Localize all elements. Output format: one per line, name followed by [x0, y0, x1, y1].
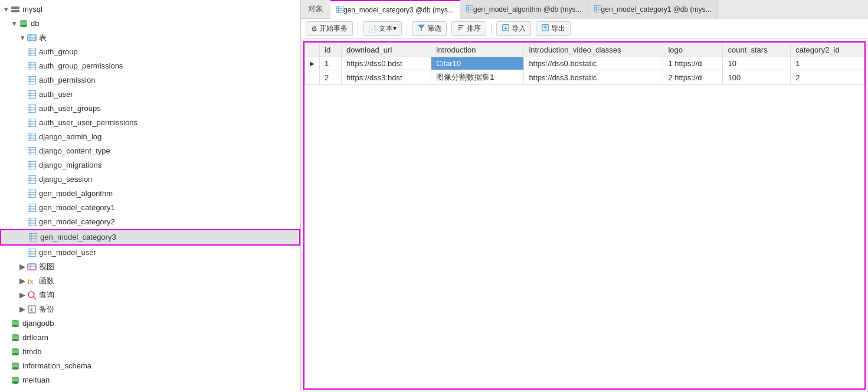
cell-count_stars[interactable]: 10: [723, 57, 791, 70]
sidebar-item-auth_group[interactable]: auth_group: [0, 45, 300, 59]
data-table: id download_url introduction introductio…: [304, 43, 864, 85]
sidebar-item-auth_permission[interactable]: auth_permission: [0, 73, 300, 87]
col-category2_id[interactable]: category2_id: [791, 43, 864, 57]
export-button[interactable]: 导出: [536, 21, 571, 36]
sidebar-item-djangodb[interactable]: djangodb: [0, 316, 300, 331]
cell-id[interactable]: 1: [320, 57, 342, 70]
svg-rect-50: [28, 190, 36, 198]
begin-transaction-button[interactable]: ⚙ 开始事务: [306, 21, 353, 36]
sidebar-item-backups[interactable]: ▶ 备份: [0, 302, 300, 316]
svg-rect-26: [28, 104, 36, 113]
svg-rect-58: [28, 218, 36, 226]
col-logo[interactable]: logo: [663, 43, 723, 57]
sidebar-item-django_admin_log[interactable]: django_admin_log: [0, 130, 300, 144]
filter-button[interactable]: 筛选: [412, 21, 447, 36]
sort-button[interactable]: 排序: [451, 21, 486, 36]
table-row[interactable]: 2 https://dss3.bdst‌ 图像分割数据集1 https://ds…: [305, 70, 864, 85]
sort-icon: [457, 24, 465, 34]
cell-id[interactable]: 2: [320, 70, 342, 85]
col-id[interactable]: id: [320, 43, 342, 57]
sidebar: ▾ mysql ▾ db ▾ 表: [0, 0, 301, 392]
cell-introduction[interactable]: 图像分割数据集1: [431, 70, 524, 85]
cell-count_stars[interactable]: 100: [723, 70, 791, 85]
sidebar-item-django_session[interactable]: django_session: [0, 172, 300, 187]
toolbar-divider-1: [358, 23, 358, 35]
svg-marker-109: [418, 25, 425, 31]
cell-logo[interactable]: 2 https://d: [663, 70, 723, 85]
sidebar-item-auth_user_user_permissions[interactable]: auth_user_user_permissions: [0, 116, 300, 130]
sidebar-label: django_admin_log: [39, 131, 101, 143]
cell-intro-video[interactable]: https://dss0.bdstatic: [524, 57, 663, 70]
sidebar-item-gen_model_category1[interactable]: gen_model_category1: [0, 201, 300, 215]
sidebar-item-gen_model_category2[interactable]: gen_model_category2: [0, 215, 300, 229]
sidebar-item-tables[interactable]: ▾ 表: [0, 31, 300, 45]
tab-label: gen_model_category1 @db (mys...: [601, 5, 712, 14]
svg-rect-105: [594, 5, 601, 12]
sidebar-item-auth_user_groups[interactable]: auth_user_groups: [0, 102, 300, 116]
sidebar-item-gen_model_category3[interactable]: gen_model_category3: [0, 229, 300, 246]
text-label: 文本▾: [379, 24, 397, 34]
svg-point-83: [12, 339, 19, 341]
sidebar-label: django_content_type: [39, 145, 110, 157]
sidebar-item-information_schema[interactable]: information_schema: [0, 359, 300, 373]
svg-point-92: [12, 362, 19, 365]
toolbar-divider-2: [407, 23, 407, 35]
tab-gen-model-algorithm[interactable]: gen_model_algorithm @db (mys...: [460, 0, 588, 19]
svg-point-88: [12, 348, 19, 351]
sidebar-item-drflearn[interactable]: drflearn: [0, 331, 300, 345]
data-table-area[interactable]: id download_url introduction introductio…: [303, 41, 866, 390]
cell-introduction[interactable]: Cifar10: [431, 57, 524, 70]
sidebar-item-gen_model_algorithm[interactable]: gen_model_algorithm: [0, 187, 300, 201]
cell-download_url[interactable]: https://dss3.bdst‌: [341, 70, 431, 85]
col-introduction[interactable]: introduction: [431, 43, 524, 57]
text-button[interactable]: 📄 文本▾: [363, 21, 402, 36]
import-label: 导入: [512, 24, 526, 34]
cell-download_url[interactable]: https://dss0.bdst‌: [341, 57, 431, 70]
svg-point-84: [12, 334, 19, 337]
sidebar-item-hmdb[interactable]: hmdb: [0, 345, 300, 359]
import-button[interactable]: 导入: [496, 21, 531, 36]
svg-rect-97: [336, 6, 343, 13]
sidebar-label: gen_model_algorithm: [39, 188, 113, 200]
tables-folder-icon: [27, 33, 37, 43]
sidebar-label: djangodb: [22, 318, 54, 329]
sidebar-item-functions[interactable]: ▶ fx 函数: [0, 274, 300, 288]
server-icon: [11, 5, 20, 14]
sidebar-item-views[interactable]: ▶ 视图: [0, 260, 300, 274]
cell-intro-video[interactable]: https://dss3.bdstatic: [524, 70, 663, 85]
arrow-db: ▾: [11, 20, 18, 27]
svg-rect-101: [466, 5, 473, 12]
col-download_url[interactable]: download_url: [341, 43, 431, 57]
sidebar-item-mysql[interactable]: ▾ mysql: [0, 2, 300, 17]
sidebar-label: 查询: [39, 289, 54, 301]
table-row[interactable]: ▶ 1 https://dss0.bdst‌ Cifar10 https://d…: [305, 57, 864, 70]
sidebar-item-meituan[interactable]: meituan: [0, 373, 300, 387]
sidebar-label: gen_model_category3: [40, 231, 116, 243]
tab-gen-model-category3[interactable]: gen_model_category3 @db (mys...: [330, 0, 460, 19]
svg-rect-38: [28, 147, 36, 155]
col-count_stars[interactable]: count_stars: [723, 43, 791, 57]
filter-icon: [417, 24, 425, 34]
sidebar-item-auth_group_permissions[interactable]: auth_group_permissions: [0, 59, 300, 73]
sidebar-label: auth_user_user_permissions: [39, 117, 137, 129]
svg-rect-6: [28, 35, 36, 41]
col-introduction_video_classes[interactable]: introduction_video_classes: [524, 43, 663, 57]
export-icon: [541, 24, 549, 34]
sidebar-item-django_migrations[interactable]: django_migrations: [0, 158, 300, 172]
cell-logo[interactable]: 1 https://d: [663, 57, 723, 70]
database-icon: [11, 361, 20, 371]
cell-category2_id[interactable]: 1: [791, 57, 864, 70]
database-icon: [11, 375, 20, 385]
cell-category2_id[interactable]: 2: [791, 70, 864, 85]
sidebar-item-db[interactable]: ▾ db: [0, 17, 300, 31]
sidebar-item-queries[interactable]: ▶ 查询: [0, 288, 300, 302]
svg-rect-46: [28, 175, 36, 184]
sidebar-item-django_content_type[interactable]: django_content_type: [0, 144, 300, 158]
sidebar-item-gen_model_user[interactable]: gen_model_user: [0, 246, 300, 260]
table-icon: [27, 47, 37, 57]
arrow-views: ▶: [19, 263, 26, 270]
arrow-backups: ▶: [19, 306, 26, 313]
object-panel-label: 对象: [301, 0, 330, 18]
tab-gen-model-category1[interactable]: gen_model_category1 @db (mys...: [588, 0, 718, 19]
sidebar-item-auth_user[interactable]: auth_user: [0, 87, 300, 102]
